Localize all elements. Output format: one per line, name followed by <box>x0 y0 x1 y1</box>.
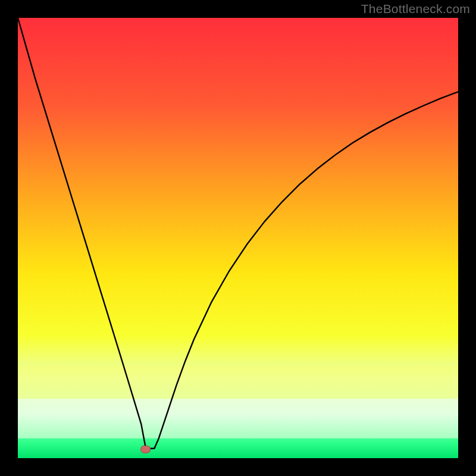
bottleneck-chart <box>18 18 458 458</box>
yellow-band <box>18 366 458 399</box>
watermark-text: TheBottleneck.com <box>361 2 470 16</box>
chart-plot-area <box>18 18 458 458</box>
optimum-marker <box>141 446 151 453</box>
chart-frame: TheBottleneck.com <box>0 0 476 476</box>
pale-band <box>18 399 458 439</box>
